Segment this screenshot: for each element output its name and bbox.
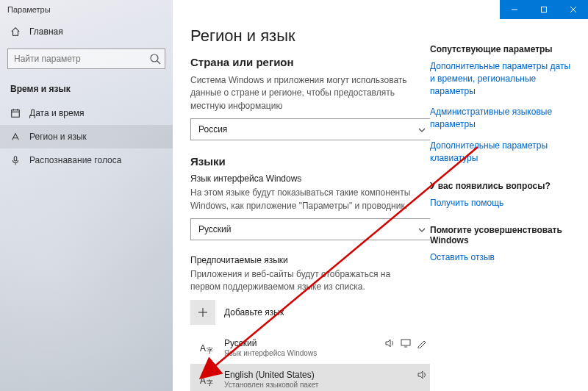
sidebar-item-region-language[interactable]: Регион и язык [0, 125, 173, 148]
search-icon [149, 53, 161, 65]
svg-rect-1 [542, 7, 547, 12]
svg-text:字: 字 [207, 347, 213, 354]
sidebar: Главная Время и язык Дата и время Регион… [0, 0, 173, 391]
ui-language-description: На этом языке будут показываться такие к… [190, 187, 415, 212]
display-icon [401, 338, 411, 348]
svg-line-5 [157, 61, 160, 64]
language-glyph-icon: A字 [198, 370, 217, 390]
related-title: Сопутствующие параметры [430, 44, 576, 54]
ui-language-select[interactable]: Русский [190, 218, 430, 240]
region-heading: Страна или регион [190, 56, 415, 68]
language-feature-icons [384, 338, 427, 348]
related-link[interactable]: Дополнительные параметры даты и времени,… [430, 60, 576, 97]
sidebar-item-label: Дата и время [29, 108, 84, 118]
language-item-russian[interactable]: A字 Русский Язык интерфейса Windows [190, 332, 430, 365]
text-to-speech-icon [384, 338, 395, 348]
chevron-down-icon [417, 226, 426, 234]
language-feature-icons [417, 370, 427, 380]
sidebar-home[interactable]: Главная [0, 19, 173, 44]
language-name: Русский [224, 338, 317, 349]
sidebar-item-datetime[interactable]: Дата и время [0, 101, 173, 125]
sidebar-item-label: Распознавание голоса [29, 155, 121, 165]
sidebar-section-label: Время и язык [0, 79, 173, 101]
page-title: Регион и язык [190, 26, 415, 46]
microphone-icon [10, 155, 21, 165]
globe-a-icon [10, 132, 21, 142]
handwriting-icon [417, 338, 427, 348]
svg-text:字: 字 [207, 379, 213, 387]
related-rail: Сопутствующие параметры Дополнительные п… [430, 0, 588, 391]
language-glyph-icon: A字 [198, 338, 217, 357]
feedback-title: Помогите усовершенствовать Windows [430, 225, 576, 245]
titlebar: Параметры [0, 0, 588, 19]
svg-text:A: A [200, 343, 206, 354]
main-content: Регион и язык Страна или регион Система … [173, 0, 430, 391]
window-maximize-button[interactable] [529, 0, 559, 19]
languages-heading: Языки [190, 155, 415, 168]
window-minimize-button[interactable] [500, 0, 529, 19]
text-to-speech-icon [417, 370, 427, 380]
language-subtext: Установлен языковой пакет [224, 381, 318, 390]
sidebar-search[interactable] [7, 49, 165, 69]
svg-rect-6 [12, 110, 20, 118]
related-link[interactable]: Дополнительные параметры клавиатуры [430, 140, 576, 165]
svg-text:A: A [200, 376, 206, 386]
home-icon [10, 26, 21, 37]
region-select-value: Россия [198, 124, 227, 134]
preferred-languages-description: Приложения и веб-сайты будут отображатьс… [190, 268, 415, 294]
questions-title: У вас появились вопросы? [430, 181, 576, 191]
sidebar-home-label: Главная [29, 26, 63, 37]
ui-language-label: Язык интерфейса Windows [190, 173, 415, 184]
region-select[interactable]: Россия [190, 118, 430, 140]
sidebar-item-speech[interactable]: Распознавание голоса [0, 148, 173, 172]
add-language-label: Добавьте язык [224, 307, 284, 318]
feedback-link[interactable]: Оставить отзыв [430, 251, 576, 264]
language-item-english-us[interactable]: A字 English (United States) Установлен яз… [190, 364, 430, 391]
related-link[interactable]: Административные языковые параметры [430, 106, 576, 131]
svg-point-4 [151, 54, 158, 62]
language-subtext: Язык интерфейса Windows [224, 349, 317, 359]
svg-rect-15 [401, 340, 410, 345]
window-title: Параметры [0, 5, 51, 14]
language-name: English (United States) [224, 370, 318, 381]
preferred-languages-label: Предпочитаемые языки [190, 255, 415, 265]
sidebar-item-label: Регион и язык [29, 132, 87, 142]
get-help-link[interactable]: Получить помощь [430, 197, 576, 209]
svg-rect-10 [14, 157, 17, 161]
region-description: Система Windows и приложения могут испол… [190, 74, 415, 112]
chevron-down-icon [417, 126, 426, 134]
ui-language-select-value: Русский [198, 224, 232, 234]
clock-icon [10, 108, 21, 118]
window-close-button[interactable] [559, 0, 588, 19]
add-language-button[interactable]: Добавьте язык [190, 300, 415, 325]
search-input[interactable] [7, 49, 165, 69]
plus-icon [190, 300, 215, 325]
